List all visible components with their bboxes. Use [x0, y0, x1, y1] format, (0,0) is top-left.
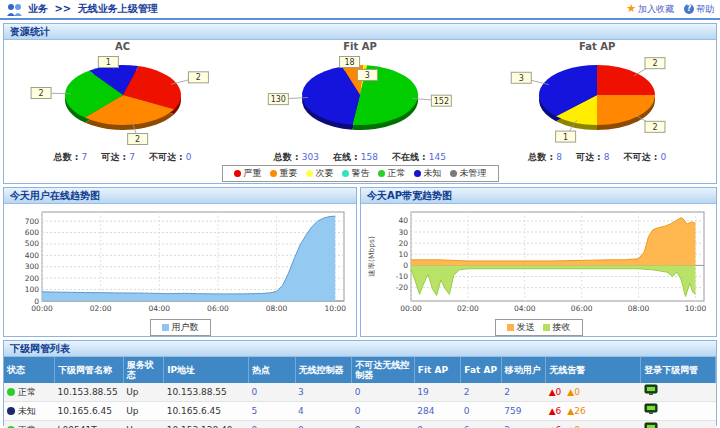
critical-alarm-badge[interactable]: ▲6 — [549, 425, 562, 428]
cell-controllers-link[interactable]: 3 — [298, 387, 304, 397]
severity-legend: 严重重要次要警告正常未知未管理 — [222, 165, 499, 182]
cell-fat-ap-link[interactable]: 0 — [464, 406, 470, 416]
user-trend-panel-header: 今天用户在线趋势图 — [4, 188, 356, 204]
column-header-移动用户: 移动用户 — [501, 357, 545, 383]
status-icon — [7, 407, 15, 415]
stat-总数: 总数 : 7 — [54, 152, 88, 162]
cell-hotspot: 0 — [249, 383, 295, 402]
legend-marker-icon — [543, 324, 550, 331]
y-tick-label: 0 — [403, 261, 408, 270]
pie-callout-label: 1 — [105, 58, 110, 67]
ap-bandwidth-trend-chart: -20-1001020304000:0002:0004:0006:0008:00… — [365, 206, 712, 316]
cell-unreachable-controllers: 0 — [352, 421, 415, 428]
cell-unreachable-controllers: 0 — [352, 383, 415, 402]
cell-fit-ap: 0 — [414, 421, 460, 428]
pie-title: Fit AP — [241, 40, 478, 53]
ap-trend-panel-header: 今天AP带宽趋势图 — [361, 188, 716, 204]
cell-login — [641, 383, 716, 402]
y-tick-label: 500 — [25, 239, 40, 248]
login-nms-icon[interactable] — [644, 403, 659, 415]
major-alarm-badge[interactable]: ▲26 — [567, 406, 585, 416]
critical-alarm-badge[interactable]: ▲0 — [549, 387, 562, 397]
cell-controllers: 3 — [295, 383, 352, 402]
ap-trend-legend: 发送接收 — [495, 319, 583, 336]
pie-chart-ac: AC1222总数 : 7可达 : 7不可达 : 0 — [4, 40, 241, 164]
legend-dot-icon — [414, 170, 421, 177]
column-header-状态: 状态 — [4, 357, 55, 383]
legend-dot-icon — [450, 170, 457, 177]
cell-fat-ap-link[interactable]: 2 — [464, 387, 470, 397]
help-icon: ? — [684, 4, 694, 14]
pie-stats: 总数 : 7可达 : 7不可达 : 0 — [4, 151, 241, 164]
table-row: 未知10.165.6.45Up10.165.6.455402840759▲6▲2… — [4, 402, 716, 421]
legend-dot-icon — [378, 170, 385, 177]
login-nms-icon[interactable] — [644, 384, 659, 396]
cell-fat-ap-link[interactable]: 6 — [464, 425, 470, 428]
stat-可达: 可达 : 7 — [101, 152, 135, 162]
add-favorite-link[interactable]: ★ 加入收藏 — [626, 3, 674, 16]
stat-总数: 总数 : 303 — [274, 152, 319, 162]
cell-mobile-users-link[interactable]: 2 — [504, 387, 510, 397]
pie-chart-fat-ap: Fat AP2213总数 : 8可达 : 8不可达 : 0 — [479, 40, 716, 164]
y-tick-label: 20 — [398, 239, 408, 248]
y-tick-label: 300 — [25, 262, 40, 271]
cell-ip-address: 10.153.88.55 — [164, 383, 249, 402]
cell-hotspot: 0 — [249, 421, 295, 428]
major-alarm-badge[interactable]: ▲0 — [567, 387, 580, 397]
cell-unreachable-controllers-link[interactable]: 0 — [355, 387, 361, 397]
major-alarm-badge[interactable]: ▲0 — [567, 425, 580, 428]
cell-fit-ap-link[interactable]: 0 — [417, 425, 423, 428]
cell-controllers-link[interactable]: 4 — [298, 406, 304, 416]
star-icon: ★ — [626, 4, 636, 14]
cell-fit-ap: 19 — [414, 383, 460, 402]
x-tick-label: 10:00 — [685, 304, 707, 313]
pie-slice — [597, 95, 655, 125]
cell-nms-name: 10.153.88.55 — [55, 383, 124, 402]
pie-callout-label: 2 — [38, 89, 43, 98]
legend-item-发送: 发送 — [507, 321, 535, 334]
x-tick-label: 00:00 — [31, 304, 53, 313]
table-row: 正常10.153.88.55Up10.153.88.550301922▲0▲0 — [4, 383, 716, 402]
cell-nms-name: L00541T — [55, 421, 124, 428]
critical-alarm-badge[interactable]: ▲6 — [549, 406, 562, 416]
x-tick-label: 06:00 — [207, 304, 229, 313]
cell-hotspot-link[interactable]: 0 — [252, 387, 258, 397]
breadcrumb-section[interactable]: 业务 — [28, 3, 48, 14]
cell-login — [641, 421, 716, 428]
cell-mobile-users-link[interactable]: 2 — [504, 425, 510, 428]
breadcrumb-separator: >> — [54, 3, 71, 14]
cell-controllers-link[interactable]: 0 — [298, 425, 304, 428]
cell-hotspot-link[interactable]: 5 — [252, 406, 258, 416]
legend-item-严重: 严重 — [234, 167, 262, 180]
column-header-IP地址: IP地址 — [164, 357, 249, 383]
legend-item-重要: 重要 — [270, 167, 298, 180]
y-tick-label: 600 — [25, 228, 40, 237]
cell-mobile-users-link[interactable]: 759 — [504, 406, 521, 416]
column-header-Fat AP: Fat AP — [461, 357, 501, 383]
x-tick-label: 04:00 — [514, 304, 536, 313]
cell-alarms: ▲0▲0 — [546, 383, 641, 402]
pie-callout-label: 130 — [271, 95, 286, 104]
cell-unreachable-controllers-link[interactable]: 0 — [355, 425, 361, 428]
pie-charts-row: AC1222总数 : 7可达 : 7不可达 : 0Fit AP183152130… — [4, 40, 716, 164]
x-tick-label: 08:00 — [266, 304, 288, 313]
cell-fit-ap-link[interactable]: 19 — [417, 387, 428, 397]
pie-chart-fit-ap: Fit AP183152130总数 : 303在线 : 158不在线 : 145 — [241, 40, 478, 164]
nms-table-header: 下级网管列表 — [4, 341, 716, 357]
legend-item-用户数: 用户数 — [162, 321, 199, 334]
cell-controllers: 0 — [295, 421, 352, 428]
y-tick-label: 100 — [25, 285, 40, 294]
y-tick-label: 10 — [398, 250, 408, 259]
cell-alarms: ▲6▲26 — [546, 402, 641, 421]
cell-unreachable-controllers-link[interactable]: 0 — [355, 406, 361, 416]
stat-不可达: 不可达 : 0 — [149, 152, 192, 162]
legend-item-未管理: 未管理 — [450, 167, 487, 180]
cell-service-status: Up — [123, 383, 163, 402]
pie-callout-label: 2 — [195, 73, 200, 82]
help-link[interactable]: ? 帮助 — [684, 3, 714, 16]
login-nms-icon[interactable] — [644, 422, 659, 428]
cell-fit-ap-link[interactable]: 284 — [417, 406, 434, 416]
cell-hotspot-link[interactable]: 0 — [252, 425, 258, 428]
pie-svg: 2213 — [479, 53, 715, 149]
x-tick-label: 02:00 — [90, 304, 112, 313]
